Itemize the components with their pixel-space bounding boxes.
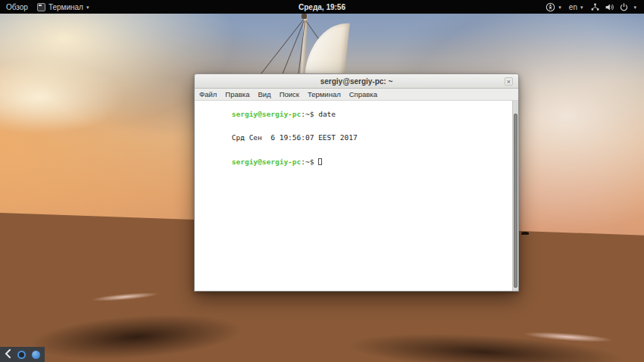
command-text: date <box>318 110 336 118</box>
accessibility-menu[interactable]: ▾ <box>546 0 561 14</box>
keyboard-layout-label: en <box>569 3 577 11</box>
chevron-down-icon: ▾ <box>633 5 636 10</box>
window-title: sergiy@sergiy-pc: ~ <box>320 77 393 86</box>
chevron-down-icon: ▾ <box>580 5 583 10</box>
terminal-content[interactable]: sergiy@sergiy-pc:~$ date Срд Сен 6 19:56… <box>195 101 518 291</box>
terminal-line: sergiy@sergiy-pc:~$ <box>197 150 509 174</box>
power-icon <box>619 2 629 12</box>
distant-boat <box>521 232 529 235</box>
back-chevron-icon[interactable] <box>5 348 11 361</box>
bottom-overlay-bar <box>0 347 45 362</box>
prompt-suffix: :~$ <box>301 110 318 118</box>
clock-label: Среда, 19:56 <box>299 3 345 11</box>
prompt-user-host: sergiy@sergiy-pc <box>232 110 302 118</box>
terminal-cursor <box>318 158 322 165</box>
command-output: Срд Сен 6 19:56:07 EEST 2017 <box>232 133 358 142</box>
top-panel: Обзор Терминал ▾ Среда, 19:56 ▾ <box>0 0 644 14</box>
terminal-menubar: Файл Правка Вид Поиск Терминал Справка <box>195 89 518 101</box>
terminal-line: sergiy@sergiy-pc:~$ date <box>197 102 509 126</box>
clock-button[interactable]: Среда, 19:56 <box>299 0 345 14</box>
chevron-down-icon: ▾ <box>558 5 561 10</box>
app-menu-label: Терминал <box>48 3 83 11</box>
menu-file[interactable]: Файл <box>199 90 217 98</box>
volume-icon <box>605 2 614 12</box>
activities-button[interactable]: Обзор <box>6 0 28 14</box>
terminal-scrollbar[interactable] <box>512 101 518 291</box>
activities-label: Обзор <box>6 3 28 11</box>
menu-view[interactable]: Вид <box>258 90 270 98</box>
prompt-user-host: sergiy@sergiy-pc <box>232 158 302 166</box>
menu-edit[interactable]: Правка <box>225 90 249 98</box>
app-menu-terminal[interactable]: Терминал ▾ <box>37 0 89 14</box>
terminal-line: Срд Сен 6 19:56:07 EEST 2017 <box>197 126 509 151</box>
ring-icon[interactable] <box>17 351 26 359</box>
menu-help[interactable]: Справка <box>349 90 377 98</box>
network-icon <box>590 2 600 12</box>
terminal-app-icon <box>37 3 45 11</box>
window-titlebar[interactable]: sergiy@sergiy-pc: ~ × <box>195 74 518 89</box>
close-button[interactable]: × <box>505 77 513 86</box>
blue-circle-icon[interactable] <box>32 351 40 359</box>
close-icon: × <box>507 78 511 86</box>
desktop: Обзор Терминал ▾ Среда, 19:56 ▾ <box>0 0 644 362</box>
scrollbar-thumb[interactable] <box>514 114 517 288</box>
accessibility-icon <box>546 2 555 12</box>
menu-terminal[interactable]: Терминал <box>308 90 341 98</box>
sailboat-masthead <box>302 14 307 19</box>
keyboard-layout-menu[interactable]: en ▾ <box>569 0 583 14</box>
terminal-window: sergiy@sergiy-pc: ~ × Файл Правка Вид По… <box>194 73 519 292</box>
system-status-menu[interactable]: ▾ <box>590 0 636 14</box>
menu-search[interactable]: Поиск <box>280 90 299 98</box>
prompt-suffix: :~$ <box>301 158 318 166</box>
chevron-down-icon: ▾ <box>86 5 89 10</box>
